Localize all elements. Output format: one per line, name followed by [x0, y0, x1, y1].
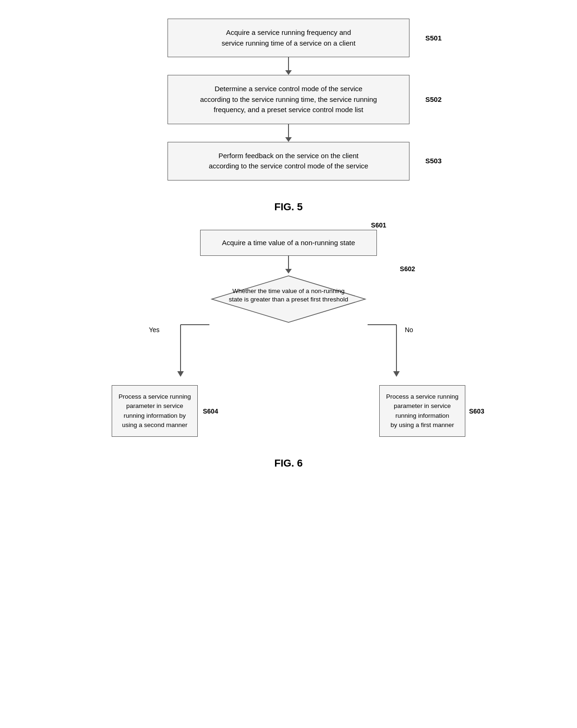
- fig6-s602-label: S602: [400, 265, 415, 273]
- fig6-branch-arrows: Yes No: [112, 325, 465, 385]
- fig6-s603-text: Process a service running parameter in s…: [386, 393, 458, 428]
- fig5-flowchart: Acquire a service running frequency and …: [126, 19, 451, 180]
- fig6-s601-text: Acquire a time value of a non-running st…: [222, 239, 355, 247]
- fig6-step-s603: Process a service running parameter in s…: [379, 385, 465, 437]
- fig6-title: FIG. 6: [274, 457, 302, 469]
- svg-text:state is greater than a preset: state is greater than a preset first thr…: [229, 296, 349, 303]
- svg-marker-5: [177, 371, 184, 377]
- arrow-s502-s503: [285, 124, 292, 142]
- fig5-s503-label: S503: [425, 156, 442, 167]
- fig6-s604-text: Process a service running parameter in s…: [119, 393, 191, 428]
- fig6-s601-label: S601: [371, 221, 386, 229]
- fig6-step-s604: Process a service running parameter in s…: [112, 385, 198, 437]
- fig5-title: FIG. 5: [274, 201, 302, 213]
- fig6-s603-section: Process a service running parameter in s…: [379, 385, 465, 437]
- fig5-step-s501: Acquire a service running frequency and …: [168, 19, 409, 57]
- fig5-s501-label: S501: [425, 33, 442, 43]
- fig5-s502-label: S502: [425, 94, 442, 105]
- svg-marker-9: [393, 371, 400, 377]
- fig5-step-s502: Determine a service control mode of the …: [168, 75, 409, 124]
- svg-text:No: No: [405, 326, 413, 334]
- fig6-step-s602-diamond: Whether the time value of a non-running …: [209, 274, 368, 325]
- fig6-step-s601: Acquire a time value of a non-running st…: [200, 230, 377, 256]
- fig5-step-s503: Perform feedback on the service on the c…: [168, 142, 409, 180]
- svg-text:Yes: Yes: [149, 326, 160, 334]
- fig6-s603-label: S603: [469, 406, 484, 416]
- fig5-s503-text: Perform feedback on the service on the c…: [209, 152, 369, 170]
- fig6-flowchart: S601 Acquire a time value of a non-runni…: [102, 230, 475, 437]
- fig5-s501-text: Acquire a service running frequency and …: [221, 28, 356, 47]
- fig6-bottom-boxes: Process a service running parameter in s…: [112, 385, 465, 437]
- arrow-s501-s502: [285, 57, 292, 75]
- svg-text:Whether the time value of a no: Whether the time value of a non-running: [233, 287, 345, 294]
- arrow-s601-s602: [285, 256, 292, 274]
- fig5-s502-text: Determine a service control mode of the …: [200, 85, 377, 114]
- fig6-s604-label: S604: [203, 406, 218, 416]
- fig6-s604-section: Process a service running parameter in s…: [112, 385, 198, 437]
